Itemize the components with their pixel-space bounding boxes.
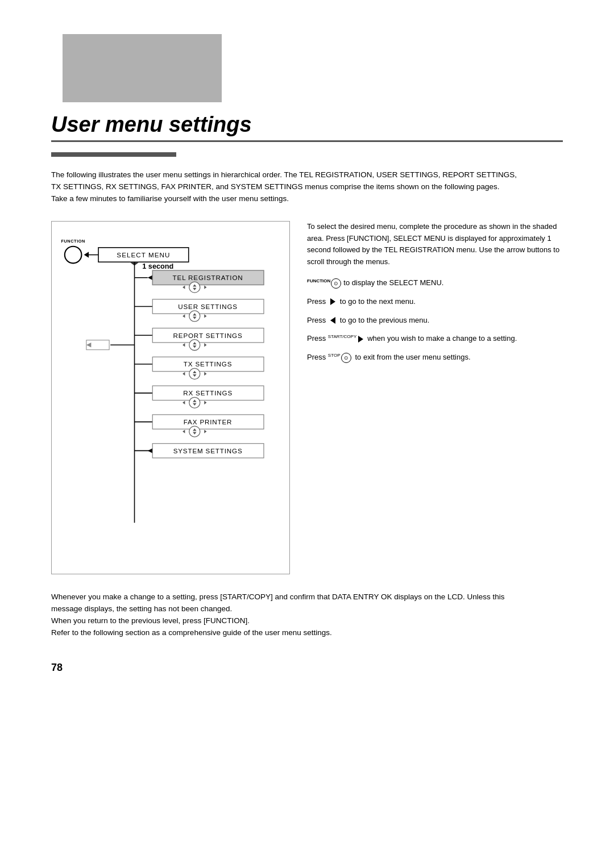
svg-text:USER SETTINGS: USER SETTINGS xyxy=(178,303,238,310)
start-copy-icon: Press START/COPY xyxy=(307,333,365,345)
svg-text:RX SETTINGS: RX SETTINGS xyxy=(183,389,233,397)
instruction-exit-text: to exit from the user menu settings. xyxy=(355,352,470,364)
page-title: User menu settings xyxy=(51,112,563,137)
title-rule xyxy=(51,140,563,142)
svg-point-41 xyxy=(189,368,200,379)
svg-marker-25 xyxy=(182,314,185,318)
main-content: FUNCTION SELECT MENU 1 second xyxy=(51,221,563,574)
svg-marker-52 xyxy=(182,400,185,404)
svg-point-57 xyxy=(189,426,200,437)
instruction-exit: Press STOP⊙ to exit from the user menu s… xyxy=(307,352,563,364)
bottom-line-3: Refer to the following section as a comp… xyxy=(51,628,332,637)
instruction-change: Press START/COPY when you wish to make a… xyxy=(307,333,563,345)
instruction-next: Press to go to the next menu. xyxy=(307,296,563,308)
instruction-next-text: to go to the next menu. xyxy=(340,296,416,308)
svg-marker-33 xyxy=(182,343,185,347)
instruction-prev-text: to go to the previous menu. xyxy=(340,315,430,327)
page-number: 78 xyxy=(51,662,563,674)
bottom-text: Whenever you make a change to a setting,… xyxy=(51,591,517,639)
svg-text:SYSTEM SETTINGS: SYSTEM SETTINGS xyxy=(173,446,243,454)
svg-text:FUNCTION: FUNCTION xyxy=(61,239,85,244)
svg-text:TEL REGISTRATION: TEL REGISTRATION xyxy=(173,274,243,281)
svg-marker-16 xyxy=(182,285,185,289)
instruction-change-text: when you wish to make a change to a sett… xyxy=(367,333,517,345)
instruction-function-text: to display the SELECT MENU. xyxy=(343,277,443,289)
instruction-function: FUNCTION⊙ to display the SELECT MENU. xyxy=(307,277,563,289)
svg-marker-61 xyxy=(204,429,206,433)
menu-diagram: FUNCTION SELECT MENU 1 second xyxy=(56,228,285,565)
instructions-area: To select the desired menu, complete the… xyxy=(307,221,563,574)
svg-marker-63 xyxy=(148,448,152,453)
svg-marker-60 xyxy=(182,429,185,433)
svg-text:1 second: 1 second xyxy=(142,262,173,270)
arrow-right-icon: Press xyxy=(307,296,338,308)
svg-text:TX SETTINGS: TX SETTINGS xyxy=(184,360,233,368)
svg-text:FAX PRINTER: FAX PRINTER xyxy=(184,418,233,425)
svg-point-1 xyxy=(65,247,82,264)
dark-bar xyxy=(51,152,176,157)
svg-marker-2 xyxy=(84,252,89,258)
stop-icon: Press STOP⊙ xyxy=(307,352,352,364)
page: User menu settings The following illustr… xyxy=(0,0,614,868)
svg-marker-17 xyxy=(204,285,206,289)
svg-text:SELECT MENU: SELECT MENU xyxy=(117,251,170,258)
svg-text:REPORT SETTINGS: REPORT SETTINGS xyxy=(173,331,243,339)
bottom-line-2: When you return to the previous level, p… xyxy=(51,616,250,625)
diagram-area: FUNCTION SELECT MENU 1 second xyxy=(51,221,290,574)
svg-point-22 xyxy=(189,311,200,322)
svg-point-49 xyxy=(189,397,200,408)
top-image xyxy=(63,34,222,102)
svg-marker-44 xyxy=(182,372,185,375)
instruction-prev: Press to go to the previous menu. xyxy=(307,315,563,327)
svg-marker-10 xyxy=(148,275,152,279)
function-icon: FUNCTION⊙ xyxy=(307,277,341,289)
bottom-line-1: Whenever you make a change to a setting,… xyxy=(51,592,505,613)
instruction-intro: To select the desired menu, complete the… xyxy=(307,221,563,268)
intro-text: The following illustrates the user menu … xyxy=(51,169,517,205)
svg-marker-26 xyxy=(204,314,206,318)
svg-point-13 xyxy=(189,282,200,293)
svg-marker-53 xyxy=(204,400,206,404)
svg-point-30 xyxy=(189,339,200,350)
svg-marker-45 xyxy=(204,372,206,375)
arrow-left-icon: Press xyxy=(307,315,338,327)
svg-marker-34 xyxy=(204,343,206,347)
